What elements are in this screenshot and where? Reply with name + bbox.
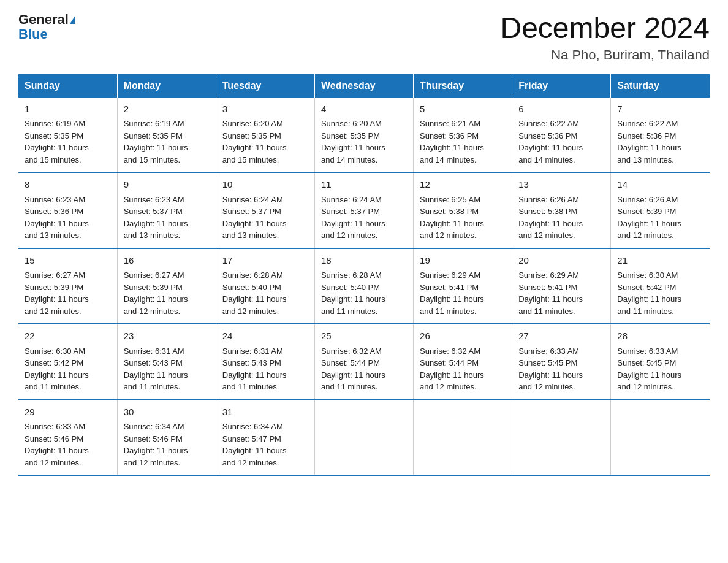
day-info: Sunrise: 6:24 AMSunset: 5:37 PMDaylight:… [321,194,407,242]
calendar-table: SundayMondayTuesdayWednesdayThursdayFrid… [18,74,710,477]
calendar-empty-cell [414,400,512,476]
day-info: Sunrise: 6:33 AMSunset: 5:46 PMDaylight:… [25,421,111,469]
day-info: Sunrise: 6:19 AMSunset: 5:35 PMDaylight:… [25,118,111,166]
logo-blue: Blue [18,27,48,42]
day-number: 5 [420,102,506,117]
calendar-day-24: 24Sunrise: 6:31 AMSunset: 5:43 PMDayligh… [216,324,314,400]
day-info: Sunrise: 6:29 AMSunset: 5:41 PMDaylight:… [420,269,506,317]
day-info: Sunrise: 6:29 AMSunset: 5:41 PMDaylight:… [518,269,604,317]
calendar-day-23: 23Sunrise: 6:31 AMSunset: 5:43 PMDayligh… [117,324,216,400]
day-number: 2 [124,102,210,117]
calendar-week-row: 8Sunrise: 6:23 AMSunset: 5:36 PMDaylight… [18,172,710,248]
calendar-day-4: 4Sunrise: 6:20 AMSunset: 5:35 PMDaylight… [314,98,413,173]
header-tuesday: Tuesday [216,74,314,98]
calendar-day-13: 13Sunrise: 6:26 AMSunset: 5:38 PMDayligh… [512,172,611,248]
calendar-day-6: 6Sunrise: 6:22 AMSunset: 5:36 PMDaylight… [512,98,611,173]
calendar-day-7: 7Sunrise: 6:22 AMSunset: 5:36 PMDaylight… [611,98,710,173]
calendar-empty-cell [512,400,611,476]
calendar-day-19: 19Sunrise: 6:29 AMSunset: 5:41 PMDayligh… [414,248,512,324]
day-info: Sunrise: 6:26 AMSunset: 5:39 PMDaylight:… [617,194,703,242]
header-saturday: Saturday [611,74,710,98]
day-info: Sunrise: 6:31 AMSunset: 5:43 PMDaylight:… [124,345,210,393]
calendar-day-9: 9Sunrise: 6:23 AMSunset: 5:37 PMDaylight… [117,172,216,248]
calendar-day-8: 8Sunrise: 6:23 AMSunset: 5:36 PMDaylight… [18,172,117,248]
day-number: 31 [222,405,308,419]
logo-triangle-icon [70,15,75,24]
calendar-day-22: 22Sunrise: 6:30 AMSunset: 5:42 PMDayligh… [18,324,117,400]
calendar-day-2: 2Sunrise: 6:19 AMSunset: 5:35 PMDaylight… [117,98,216,173]
calendar-empty-cell [611,400,710,476]
day-number: 8 [25,178,111,192]
day-number: 25 [321,329,407,343]
day-info: Sunrise: 6:28 AMSunset: 5:40 PMDaylight:… [222,269,308,317]
calendar-subtitle: Na Pho, Buriram, Thailand [500,47,710,63]
calendar-day-17: 17Sunrise: 6:28 AMSunset: 5:40 PMDayligh… [216,248,314,324]
day-number: 19 [420,254,506,268]
calendar-day-11: 11Sunrise: 6:24 AMSunset: 5:37 PMDayligh… [314,172,413,248]
day-info: Sunrise: 6:25 AMSunset: 5:38 PMDaylight:… [420,194,506,242]
calendar-day-1: 1Sunrise: 6:19 AMSunset: 5:35 PMDaylight… [18,98,117,173]
page-header: General Blue December 2024 Na Pho, Burir… [18,12,710,63]
header-monday: Monday [117,74,216,98]
header-wednesday: Wednesday [314,74,413,98]
day-number: 6 [518,102,604,117]
day-number: 24 [222,329,308,343]
day-info: Sunrise: 6:23 AMSunset: 5:37 PMDaylight:… [124,194,210,242]
day-number: 27 [518,329,604,343]
day-number: 26 [420,329,506,343]
day-number: 1 [25,102,111,117]
calendar-day-21: 21Sunrise: 6:30 AMSunset: 5:42 PMDayligh… [611,248,710,324]
day-info: Sunrise: 6:34 AMSunset: 5:46 PMDaylight:… [124,421,210,469]
day-info: Sunrise: 6:32 AMSunset: 5:44 PMDaylight:… [321,345,407,393]
day-info: Sunrise: 6:19 AMSunset: 5:35 PMDaylight:… [124,118,210,166]
day-number: 15 [25,254,111,268]
day-number: 22 [25,329,111,343]
calendar-day-14: 14Sunrise: 6:26 AMSunset: 5:39 PMDayligh… [611,172,710,248]
day-number: 7 [617,102,703,117]
day-info: Sunrise: 6:30 AMSunset: 5:42 PMDaylight:… [25,345,111,393]
day-number: 23 [124,329,210,343]
day-number: 16 [124,254,210,268]
calendar-day-10: 10Sunrise: 6:24 AMSunset: 5:37 PMDayligh… [216,172,314,248]
day-number: 11 [321,178,407,192]
day-info: Sunrise: 6:20 AMSunset: 5:35 PMDaylight:… [321,118,407,166]
day-info: Sunrise: 6:27 AMSunset: 5:39 PMDaylight:… [25,269,111,317]
day-number: 17 [222,254,308,268]
day-number: 4 [321,102,407,117]
day-number: 21 [617,254,703,268]
calendar-week-row: 15Sunrise: 6:27 AMSunset: 5:39 PMDayligh… [18,248,710,324]
day-info: Sunrise: 6:26 AMSunset: 5:38 PMDaylight:… [518,194,604,242]
day-number: 28 [617,329,703,343]
day-info: Sunrise: 6:30 AMSunset: 5:42 PMDaylight:… [617,269,703,317]
calendar-day-26: 26Sunrise: 6:32 AMSunset: 5:44 PMDayligh… [414,324,512,400]
day-number: 9 [124,178,210,192]
header-friday: Friday [512,74,611,98]
calendar-day-27: 27Sunrise: 6:33 AMSunset: 5:45 PMDayligh… [512,324,611,400]
day-info: Sunrise: 6:34 AMSunset: 5:47 PMDaylight:… [222,421,308,469]
calendar-day-12: 12Sunrise: 6:25 AMSunset: 5:38 PMDayligh… [414,172,512,248]
calendar-day-5: 5Sunrise: 6:21 AMSunset: 5:36 PMDaylight… [414,98,512,173]
day-info: Sunrise: 6:32 AMSunset: 5:44 PMDaylight:… [420,345,506,393]
calendar-day-28: 28Sunrise: 6:33 AMSunset: 5:45 PMDayligh… [611,324,710,400]
calendar-day-15: 15Sunrise: 6:27 AMSunset: 5:39 PMDayligh… [18,248,117,324]
day-number: 29 [25,405,111,419]
day-number: 18 [321,254,407,268]
day-info: Sunrise: 6:28 AMSunset: 5:40 PMDaylight:… [321,269,407,317]
day-number: 30 [124,405,210,419]
calendar-week-row: 29Sunrise: 6:33 AMSunset: 5:46 PMDayligh… [18,400,710,476]
calendar-day-25: 25Sunrise: 6:32 AMSunset: 5:44 PMDayligh… [314,324,413,400]
calendar-day-31: 31Sunrise: 6:34 AMSunset: 5:47 PMDayligh… [216,400,314,476]
day-number: 12 [420,178,506,192]
day-number: 10 [222,178,308,192]
day-info: Sunrise: 6:33 AMSunset: 5:45 PMDaylight:… [518,345,604,393]
calendar-day-3: 3Sunrise: 6:20 AMSunset: 5:35 PMDaylight… [216,98,314,173]
day-info: Sunrise: 6:27 AMSunset: 5:39 PMDaylight:… [124,269,210,317]
calendar-day-29: 29Sunrise: 6:33 AMSunset: 5:46 PMDayligh… [18,400,117,476]
calendar-day-30: 30Sunrise: 6:34 AMSunset: 5:46 PMDayligh… [117,400,216,476]
calendar-day-20: 20Sunrise: 6:29 AMSunset: 5:41 PMDayligh… [512,248,611,324]
calendar-empty-cell [314,400,413,476]
day-number: 3 [222,102,308,117]
day-number: 13 [518,178,604,192]
header-sunday: Sunday [18,74,117,98]
header-thursday: Thursday [414,74,512,98]
